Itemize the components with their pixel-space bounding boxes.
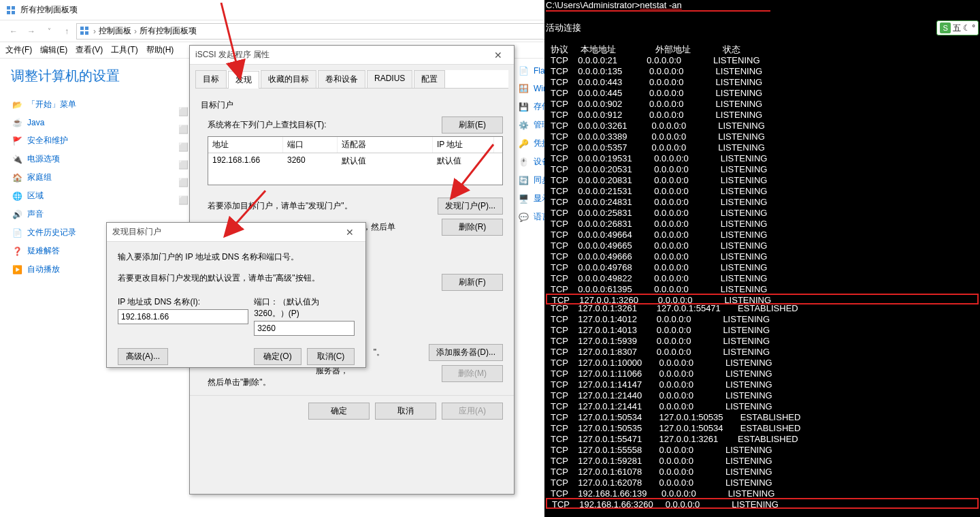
advanced-button[interactable]: 高级(A)...: [118, 348, 168, 365]
cp-item[interactable]: 📂「开始」菜单: [11, 99, 166, 110]
cp-item-icon: 🔄: [517, 175, 529, 186]
terminal-row: TCP 127.0.0.1:59281 0.0.0.0:0 LISTENING: [546, 456, 979, 467]
terminal-row: TCP 127.0.0.1:62078 0.0.0.0:0 LISTENING: [546, 477, 979, 488]
terminal-row: TCP 0.0.0.0:20831 0.0.0.0:0 LISTENING: [546, 175, 979, 186]
cp-item-icon: 🖱️: [517, 157, 529, 168]
add-server-button[interactable]: 添加服务器(D)...: [429, 344, 503, 361]
window-title: 所有控制面板项: [20, 4, 78, 16]
tab-2[interactable]: 收藏的目标: [261, 70, 316, 88]
tab-strip: 目标发现收藏的目标卷和设备RADIUS配置: [195, 70, 508, 89]
terminal-row: TCP 127.0.0.1:14147 0.0.0.0:0 LISTENING: [546, 379, 979, 390]
svg-rect-6: [80, 31, 84, 35]
svg-rect-5: [85, 27, 88, 30]
list-row[interactable]: 192.168.1.66 3260 默认值 默认值: [208, 153, 502, 169]
cp-item-icon: 🚩: [11, 136, 23, 146]
history-dropdown[interactable]: ˅: [41, 23, 57, 40]
dialog-title: iSCSI 发起程序 属性: [195, 49, 270, 61]
terminal-row: TCP 127.0.0.1:3261 127.0.0.1:55471 ESTAB…: [546, 303, 979, 314]
ip-label: IP 地址或 DNS 名称(I):: [118, 296, 248, 308]
ime-indicator[interactable]: S 五 ☾ °: [936, 20, 979, 35]
ok-button[interactable]: 确定(O): [254, 348, 301, 365]
tab-1[interactable]: 发现: [228, 71, 259, 89]
menu-view[interactable]: 查看(V): [76, 44, 103, 56]
close-icon[interactable]: ✕: [340, 227, 360, 238]
cp-item-label: 「开始」菜单: [27, 99, 76, 110]
refresh2-button[interactable]: 刷新(F): [442, 274, 503, 291]
menu-edit[interactable]: 编辑(E): [40, 44, 67, 56]
cancel-button[interactable]: 取消: [375, 403, 436, 420]
control-panel-icon: [5, 5, 16, 16]
cp-item[interactable]: 🔌电源选项: [11, 153, 166, 165]
up-button[interactable]: ↑: [59, 23, 75, 40]
terminal-row: TCP 127.0.0.1:55558 0.0.0.0:0 LISTENING: [546, 445, 979, 456]
cp-item[interactable]: 🚩安全和维护: [11, 135, 166, 146]
terminal-row: TCP 127.0.0.1:61078 0.0.0.0:0 LISTENING: [546, 467, 979, 477]
menu-help[interactable]: 帮助(H): [146, 44, 174, 56]
cp-item-label: 声音: [27, 208, 44, 220]
dialog-titlebar: 发现目标门户 ✕: [107, 223, 365, 242]
terminal-row: TCP 0.0.0.0:49822 0.0.0.0:0 LISTENING: [546, 273, 979, 284]
terminal-row: TCP 127.0.0.1:50535 127.0.0.1:50534 ESTA…: [546, 423, 979, 434]
tab-5[interactable]: 配置: [414, 70, 445, 88]
terminal-row: TCP 0.0.0.0:49666 0.0.0.0:0 LISTENING: [546, 251, 979, 262]
terminal-row: TCP 0.0.0.0:49664 0.0.0.0:0 LISTENING: [546, 230, 979, 240]
terminal-row: TCP 0.0.0.0:24831 0.0.0.0:0 LISTENING: [546, 197, 979, 208]
terminal-row: TCP 127.0.0.1:11066 0.0.0.0:0 LISTENING: [546, 369, 979, 379]
terminal-row: TCP 127.0.0.1:21440 0.0.0.0:0 LISTENING: [546, 390, 979, 401]
terminal-header: 活动连接: [546, 22, 979, 33]
control-panel-icon: [80, 26, 91, 37]
cp-item-icon: 🖥️: [517, 193, 529, 204]
ime-icon: S: [940, 22, 951, 33]
tab-3[interactable]: 卷和设备: [318, 70, 365, 88]
cp-item-label: Java: [27, 118, 44, 127]
discover-portal-dialog: 发现目标门户 ✕ 输入要添加门户的 IP 地址或 DNS 名称和端口号。 若要更…: [106, 222, 366, 368]
portal-list[interactable]: 地址 端口 适配器 IP 地址 192.168.1.66 3260 默认值 默认…: [208, 136, 503, 185]
apply-button[interactable]: 应用(A): [442, 403, 503, 420]
terminal-row: TCP 0.0.0.0:49768 0.0.0.0:0 LISTENING: [546, 262, 979, 273]
breadcrumb-item[interactable]: 控制面板: [99, 25, 131, 37]
delete-server-button[interactable]: 删除(M): [442, 365, 503, 382]
svg-rect-7: [85, 31, 88, 35]
tab-0[interactable]: 目标: [195, 70, 227, 88]
terminal-row: TCP 0.0.0.0:19531 0.0.0.0:0 LISTENING: [546, 153, 979, 164]
terminal-row: TCP 0.0.0.0:5357 0.0.0.0:0 LISTENING: [546, 142, 979, 153]
cp-item-icon: 📄: [517, 65, 529, 76]
cp-item[interactable]: 🔊声音: [11, 208, 166, 220]
port-input[interactable]: [254, 321, 355, 336]
menu-tools[interactable]: 工具(T): [111, 44, 137, 56]
cancel-button[interactable]: 取消(C): [307, 348, 355, 365]
tab-4[interactable]: RADIUS: [367, 70, 412, 88]
terminal-row: TCP 0.0.0.0:26831 0.0.0.0:0 LISTENING: [546, 219, 979, 230]
back-button[interactable]: ←: [5, 23, 22, 40]
svg-rect-4: [80, 27, 84, 30]
svg-rect-0: [7, 6, 10, 10]
cp-item-label: 电源选项: [27, 153, 60, 165]
cp-item-icon: ▶️: [11, 264, 23, 275]
breadcrumb-item[interactable]: 所有控制面板项: [140, 25, 197, 37]
delete-portal-button[interactable]: 删除(R): [442, 219, 503, 236]
terminal-row: TCP 0.0.0.0:25831 0.0.0.0:0 LISTENING: [546, 208, 979, 219]
refresh-button[interactable]: 刷新(E): [442, 116, 503, 134]
cp-item[interactable]: 🌐区域: [11, 190, 166, 202]
cp-item[interactable]: ☕Java: [11, 117, 166, 128]
cp-item-icon: 🏠: [11, 172, 23, 183]
cp-item-label: 疑难解答: [27, 245, 60, 257]
cp-item[interactable]: 🏠家庭组: [11, 172, 166, 183]
menu-file[interactable]: 文件(F): [5, 44, 32, 56]
terminal-row: TCP 127.0.0.1:4012 0.0.0.0:0 LISTENING: [546, 314, 979, 325]
ok-button[interactable]: 确定: [308, 403, 370, 420]
ip-input[interactable]: [118, 309, 248, 324]
terminal-row: TCP 127.0.0.1:21441 0.0.0.0:0 LISTENING: [546, 401, 979, 412]
cp-item-label: 安全和维护: [27, 135, 68, 146]
add-portal-text: 若要添加目标门户，请单击"发现门户"。: [208, 200, 353, 212]
terminal-row: TCP 0.0.0.0:902 0.0.0.0:0 LISTENING: [546, 99, 979, 110]
close-icon[interactable]: ✕: [488, 50, 508, 61]
cp-item-icon: ⚙️: [517, 120, 529, 131]
forward-button[interactable]: →: [23, 23, 39, 40]
cp-item-icon: 🔊: [11, 209, 23, 220]
cp-item-label: 文件历史记录: [27, 227, 76, 238]
svg-rect-3: [12, 11, 15, 14]
terminal-columns: 协议 本地地址 外部地址 状态: [546, 44, 979, 55]
discover-portal-button[interactable]: 发现门户(P)...: [438, 198, 503, 215]
list-header: 地址 端口 适配器 IP 地址: [208, 137, 502, 153]
